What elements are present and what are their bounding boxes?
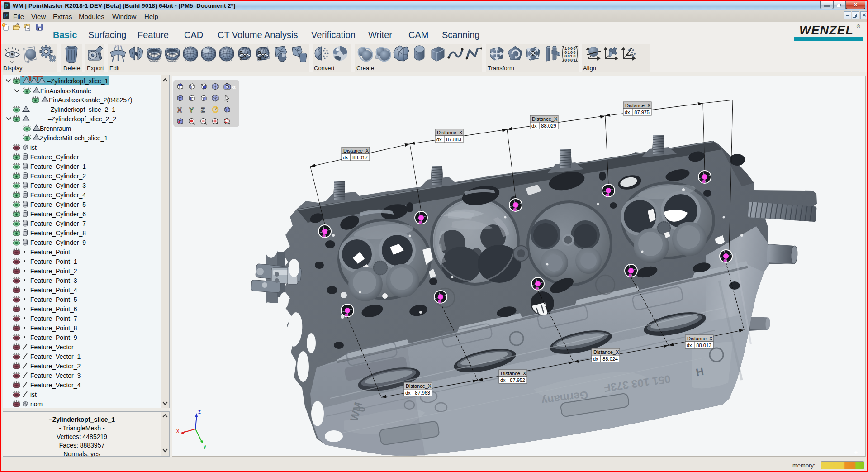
svg-text:Distance_X: Distance_X [501,371,526,376]
svg-text:Distance_X: Distance_X [343,148,369,153]
svg-text:Distance_X: Distance_X [593,349,619,355]
svg-text:dx: dx [593,356,598,362]
svg-text:dx: dx [436,137,442,142]
svg-text:88.029: 88.029 [541,123,556,129]
svg-text:87.883: 87.883 [446,137,461,142]
svg-text:Distance_X: Distance_X [437,130,463,135]
svg-text:dx: dx [687,343,692,348]
svg-text:dx: dx [500,377,506,383]
svg-text:88.013: 88.013 [696,343,711,348]
svg-text:88.024: 88.024 [602,356,618,362]
svg-text:Distance_X: Distance_X [532,116,558,122]
svg-text:z: z [198,409,201,415]
svg-text:®: ® [857,24,860,29]
svg-text:dx: dx [405,390,411,396]
svg-text:dx: dx [531,123,537,129]
svg-text:Distance_X: Distance_X [625,103,651,108]
svg-text:y: y [204,443,206,449]
svg-text:87.952: 87.952 [510,377,525,383]
svg-text:0001: 0001 [564,58,576,63]
svg-text:dx: dx [343,155,348,160]
svg-text:x: x [176,428,179,434]
svg-text:87.975: 87.975 [634,110,650,115]
svg-text:P: P [4,13,8,19]
svg-text:88.017: 88.017 [352,155,368,160]
svg-text:87.963: 87.963 [415,390,430,396]
svg-text:dx: dx [625,110,630,115]
svg-text:P: P [5,3,8,9]
svg-text:Distance_X: Distance_X [406,383,432,389]
svg-text:Distance_X: Distance_X [687,336,713,341]
svg-text:WENZEL: WENZEL [799,24,854,37]
